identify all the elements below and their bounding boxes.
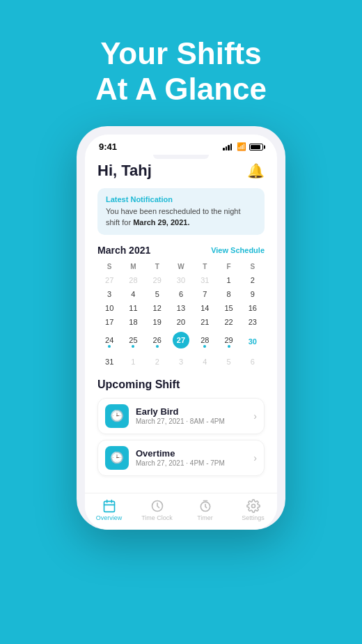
status-icons: 📶 — [223, 142, 263, 151]
timer-icon — [198, 499, 212, 513]
calendar-header: March 2021 View Schedule — [97, 245, 265, 256]
bottom-nav: Overview Time Clock Timer — [85, 493, 277, 530]
calendar-month: March 2021 — [97, 245, 150, 256]
nav-label-timer: Timer — [197, 514, 213, 521]
cal-day: 8 — [217, 287, 240, 301]
status-bar: 9:41 📶 — [85, 135, 277, 155]
cal-day: 12 — [145, 301, 169, 315]
cal-dow-w: W — [169, 261, 193, 273]
nav-item-settings[interactable]: Settings — [229, 499, 277, 521]
chevron-right-icon-2: › — [253, 452, 257, 463]
cal-day: 31 — [193, 273, 217, 287]
chevron-right-icon: › — [253, 411, 257, 422]
shift-name: Early Bird — [136, 406, 253, 417]
cal-dow-m: M — [121, 261, 145, 273]
shift-icon-wrap-2: 🕒 — [105, 446, 129, 470]
nav-item-timeclock[interactable]: Time Clock — [133, 499, 181, 521]
nav-label-timeclock: Time Clock — [141, 514, 173, 521]
overview-icon — [102, 499, 116, 513]
hero-title: Your Shifts At A Glance — [95, 36, 267, 107]
phone-frame: 9:41 📶 Hi, Tahj 🔔 — [77, 126, 285, 530]
shift-name-2: Overtime — [136, 448, 253, 459]
cal-day: 27 — [97, 273, 121, 287]
notification-highlight: March 29, 2021. — [133, 218, 189, 227]
cal-dow-s1: S — [97, 261, 121, 273]
cal-day: 22 — [217, 315, 240, 329]
cal-day: 3 — [97, 287, 121, 301]
cal-day: 4 — [121, 287, 145, 301]
greeting-text: Hi, Tahj — [97, 162, 152, 180]
table-row: 24 25 26 27 28 29 30 — [97, 329, 265, 355]
bell-icon[interactable]: 🔔 — [247, 162, 265, 179]
calendar-grid: S M T W T F S 27 28 29 30 31 — [97, 261, 265, 369]
cal-dow-t2: T — [193, 261, 217, 273]
cal-day: 20 — [169, 315, 193, 329]
cal-day: 3 — [169, 355, 193, 369]
shift-time: March 27, 2021 · 8AM - 4PM — [136, 417, 253, 425]
greeting-row: Hi, Tahj 🔔 — [97, 162, 265, 180]
timeclock-icon — [150, 499, 164, 513]
cal-day: 31 — [97, 355, 121, 369]
cal-day: 9 — [241, 287, 265, 301]
cal-day: 11 — [121, 301, 145, 315]
shift-item-overtime[interactable]: 🕒 Overtime March 27, 2021 · 4PM - 7PM › — [97, 440, 265, 476]
notification-title: Latest Notification — [106, 195, 256, 204]
shift-info-2: Overtime March 27, 2021 · 4PM - 7PM — [136, 448, 253, 467]
shift-time-2: March 27, 2021 · 4PM - 7PM — [136, 459, 253, 467]
cal-day: 29 — [217, 329, 240, 355]
cal-dow-f: F — [217, 261, 240, 273]
cal-day: 2 — [145, 355, 169, 369]
cal-day: 30 — [169, 273, 193, 287]
table-row: 27 28 29 30 31 1 2 — [97, 273, 265, 287]
cal-day: 7 — [193, 287, 217, 301]
table-row: 10 11 12 13 14 15 16 — [97, 301, 265, 315]
cal-day: 6 — [169, 287, 193, 301]
cal-day: 2 — [241, 273, 265, 287]
cal-day: 23 — [241, 315, 265, 329]
cal-day: 5 — [145, 287, 169, 301]
cal-day: 17 — [97, 315, 121, 329]
clock-icon: 🕒 — [110, 409, 124, 422]
nav-item-timer[interactable]: Timer — [181, 499, 229, 521]
cal-day: 26 — [145, 329, 169, 355]
nav-item-overview[interactable]: Overview — [85, 499, 133, 521]
settings-icon — [246, 499, 260, 513]
cal-day: 18 — [121, 315, 145, 329]
svg-rect-0 — [104, 501, 114, 512]
cal-day: 4 — [193, 355, 217, 369]
notch — [153, 155, 209, 159]
table-row: 3 4 5 6 7 8 9 — [97, 287, 265, 301]
cal-day-today[interactable]: 27 — [169, 329, 193, 355]
cal-dow-t1: T — [145, 261, 169, 273]
cal-day: 21 — [193, 315, 217, 329]
cal-day: 13 — [169, 301, 193, 315]
battery-icon — [249, 144, 263, 151]
cal-day: 28 — [121, 273, 145, 287]
cal-day: 5 — [217, 355, 240, 369]
table-row: 31 1 2 3 4 5 6 — [97, 355, 265, 369]
cal-day: 1 — [121, 355, 145, 369]
wifi-icon: 📶 — [237, 142, 246, 151]
notification-box: Latest Notification You have been resche… — [97, 188, 265, 235]
cal-day: 14 — [193, 301, 217, 315]
cal-day: 19 — [145, 315, 169, 329]
table-row: 17 18 19 20 21 22 23 — [97, 315, 265, 329]
shift-item-early-bird[interactable]: 🕒 Early Bird March 27, 2021 · 8AM - 4PM … — [97, 398, 265, 434]
status-time: 9:41 — [99, 141, 117, 152]
shift-icon-wrap: 🕒 — [105, 404, 129, 428]
nav-label-overview: Overview — [96, 514, 123, 521]
cal-day: 10 — [97, 301, 121, 315]
upcoming-shift-title: Upcoming Shift — [97, 378, 265, 391]
svg-point-7 — [251, 504, 255, 507]
cal-day: 30 — [241, 329, 265, 355]
cal-dow-s2: S — [241, 261, 265, 273]
cal-day: 16 — [241, 301, 265, 315]
cal-day: 1 — [217, 273, 240, 287]
cal-day: 29 — [145, 273, 169, 287]
cal-day: 24 — [97, 329, 121, 355]
cal-day: 28 — [193, 329, 217, 355]
shift-info: Early Bird March 27, 2021 · 8AM - 4PM — [136, 406, 253, 425]
view-schedule-link[interactable]: View Schedule — [211, 246, 265, 254]
nav-label-settings: Settings — [242, 514, 265, 521]
notification-body: You have been rescheduled to the night s… — [106, 206, 256, 228]
